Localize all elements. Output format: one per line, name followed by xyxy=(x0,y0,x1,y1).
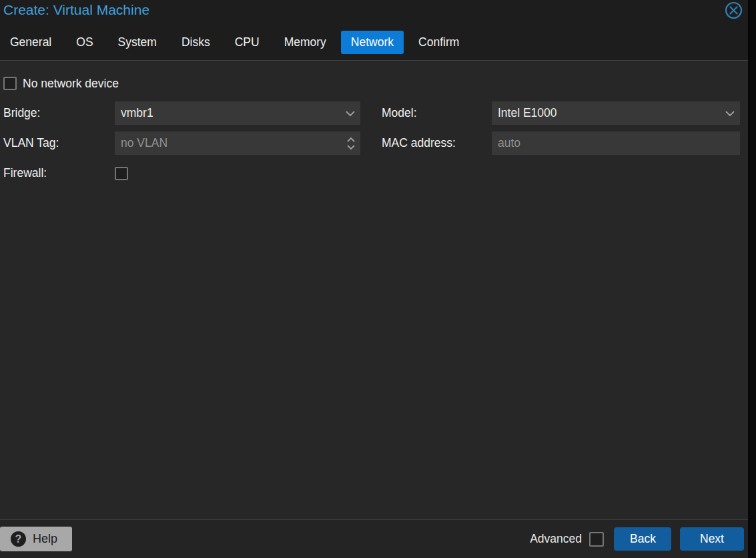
back-button[interactable]: Back xyxy=(614,527,671,551)
help-button[interactable]: ? Help xyxy=(0,527,72,551)
tab-disks[interactable]: Disks xyxy=(171,31,220,54)
dialog-title: Create: Virtual Machine xyxy=(3,1,149,19)
network-form-grid: Bridge: Model: VLAN Tag: xyxy=(3,101,748,185)
form-body: No network device Bridge: Model: xyxy=(0,61,748,185)
tab-general[interactable]: General xyxy=(0,31,61,54)
firewall-field xyxy=(115,162,360,185)
tab-cpu[interactable]: CPU xyxy=(225,31,270,54)
vlan-tag-label: VLAN Tag: xyxy=(3,136,115,150)
next-button[interactable]: Next xyxy=(680,527,744,551)
no-network-device-checkbox[interactable] xyxy=(3,77,17,90)
question-mark-icon: ? xyxy=(11,531,26,547)
create-vm-dialog: Create: Virtual Machine General OS Syste… xyxy=(0,0,748,558)
model-label: Model: xyxy=(360,106,492,120)
close-icon[interactable] xyxy=(725,1,743,19)
tab-os[interactable]: OS xyxy=(66,31,103,54)
spinner-up-down-icon[interactable] xyxy=(346,131,356,155)
advanced-checkbox[interactable] xyxy=(589,532,604,547)
dialog-footer: ? Help Advanced Back Next xyxy=(0,519,748,558)
vlan-tag-spinner xyxy=(115,131,360,155)
chevron-down-icon[interactable] xyxy=(345,101,356,125)
chevron-down-icon[interactable] xyxy=(725,101,735,125)
no-network-device-label: No network device xyxy=(23,77,119,91)
advanced-label: Advanced xyxy=(530,532,582,546)
no-network-device-row: No network device xyxy=(3,77,748,90)
vlan-tag-input[interactable] xyxy=(115,131,360,155)
bridge-input[interactable] xyxy=(115,101,360,125)
mac-address-input[interactable] xyxy=(492,131,740,155)
bridge-dropdown xyxy=(115,101,360,125)
tab-memory[interactable]: Memory xyxy=(274,31,336,54)
model-input[interactable] xyxy=(492,101,740,125)
title-row: Create: Virtual Machine xyxy=(0,0,748,31)
mac-address-field xyxy=(492,131,740,155)
tab-network[interactable]: Network xyxy=(341,31,404,54)
tab-confirm[interactable]: Confirm xyxy=(408,31,469,54)
firewall-label: Firewall: xyxy=(3,166,115,180)
tab-bar: General OS System Disks CPU Memory Netwo… xyxy=(0,31,748,60)
help-button-label: Help xyxy=(33,532,57,546)
advanced-toggle: Advanced xyxy=(530,532,604,547)
mac-address-label: MAC address: xyxy=(360,136,492,150)
tab-system[interactable]: System xyxy=(108,31,167,54)
firewall-checkbox[interactable] xyxy=(115,167,128,180)
model-dropdown xyxy=(492,101,740,125)
bridge-label: Bridge: xyxy=(3,106,115,120)
screen: Create: Virtual Machine General OS Syste… xyxy=(0,0,756,558)
dialog-header: Create: Virtual Machine General OS Syste… xyxy=(0,0,748,61)
